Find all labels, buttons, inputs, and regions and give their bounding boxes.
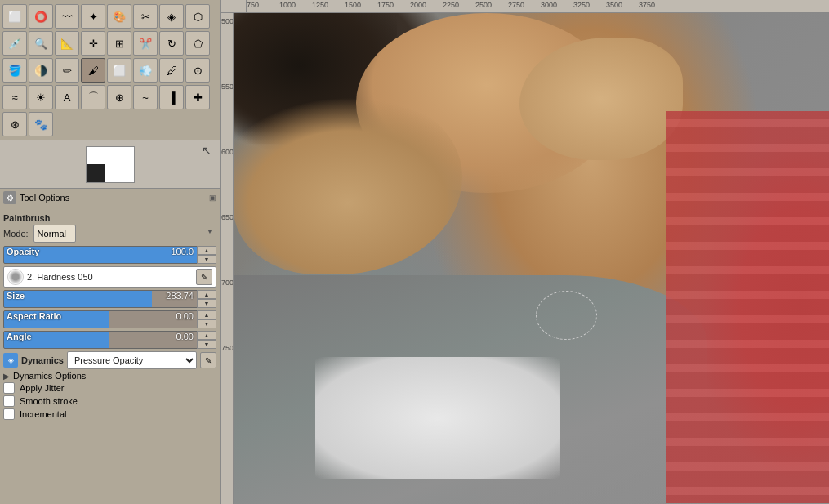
smudge-tool[interactable]: ≈ (2, 85, 27, 109)
photo-white-shirt (315, 357, 560, 479)
dynamics-options-expand-icon: ▶ (3, 372, 10, 381)
apply-jitter-checkbox[interactable] (3, 382, 15, 394)
tool-row-4: ≈ ☀ A ⌒ ⊕ ~ ▐ ✚ (2, 84, 218, 110)
brush-thumbnail (7, 269, 24, 285)
apply-jitter-row: Apply Jitter (3, 382, 216, 394)
fuzzy-select-tool[interactable]: ✦ (81, 4, 105, 29)
brush-preview-box (86, 146, 135, 183)
smooth-stroke-checkbox[interactable] (3, 395, 15, 407)
rect-select-tool[interactable]: ⬜ (2, 4, 27, 29)
ruler-mark-v-750: 750 (221, 344, 234, 352)
ink-tool[interactable]: 🖊 (159, 58, 184, 83)
aspect-ratio-slider-row: Aspect Ratio 0.00 ▲ ▼ (3, 310, 216, 328)
aspect-ratio-down-btn[interactable]: ▼ (197, 319, 216, 328)
curves-tool[interactable]: ~ (133, 85, 158, 109)
toolbox: ⬜ ⭕ 〰 ✦ 🎨 ✂ ◈ ⬡ 💉 🔍 📐 ✛ ⊞ ✂️ ↻ ⬠ 🪣 🌗 ✏ 🖌… (0, 0, 220, 140)
ruler-top: 750 1000 1250 1500 1750 2000 2250 2500 2… (221, 0, 829, 13)
smooth-stroke-label: Smooth stroke (20, 396, 78, 406)
opacity-value: 100.0 (171, 247, 194, 256)
rotate-tool[interactable]: ↻ (159, 31, 184, 56)
ruler-mark-3000: 3000 (541, 1, 557, 9)
eraser-tool[interactable]: ⬜ (107, 58, 131, 83)
lasso-select-tool[interactable]: 〰 (55, 4, 79, 29)
scissors-tool[interactable]: ✂ (133, 4, 158, 29)
incremental-checkbox[interactable] (3, 408, 15, 420)
mode-label: Mode: (3, 229, 29, 239)
opacity-slider-row: Opacity 100.0 ▲ ▼ (3, 246, 216, 264)
cage-tool[interactable]: ⬡ (185, 4, 210, 29)
aspect-ratio-label: Aspect Ratio (7, 311, 61, 321)
color-balance-tool[interactable]: ⊕ (107, 85, 131, 109)
ruler-mark-2250: 2250 (443, 1, 459, 9)
size-up-btn[interactable]: ▲ (197, 290, 216, 299)
brush-name-label: 2. Hardness 050 (27, 272, 193, 282)
ruler-mark-3500: 3500 (606, 1, 622, 9)
levels-tool[interactable]: ▐ (159, 85, 184, 109)
dynamics-edit-button[interactable]: ✎ (200, 352, 216, 368)
dynamics-select[interactable]: Pressure Opacity None Pressure Size (67, 351, 197, 369)
extra-tool-2[interactable]: 🐾 (29, 112, 53, 136)
crop-tool[interactable]: ✂️ (133, 31, 158, 56)
brush-row[interactable]: 2. Hardness 050 ✎ (3, 266, 216, 288)
ruler-mark-2000: 2000 (410, 1, 426, 9)
dynamics-select-wrap: Pressure Opacity None Pressure Size (67, 351, 197, 369)
tool-row-2: 💉 🔍 📐 ✛ ⊞ ✂️ ↻ ⬠ (2, 30, 218, 56)
dynamics-row: ◈ Dynamics Pressure Opacity None Pressur… (3, 351, 216, 369)
color-picker-tool[interactable]: 💉 (2, 31, 27, 56)
incremental-row: Incremental (3, 408, 216, 420)
angle-slider-track[interactable]: Angle 0.00 (3, 331, 216, 349)
angle-up-btn[interactable]: ▲ (197, 331, 216, 340)
foreground-select-tool[interactable]: ◈ (159, 4, 184, 29)
paintbucket-tool[interactable]: 🪣 (2, 58, 27, 83)
angle-value: 0.00 (176, 332, 194, 341)
ruler-mark-1500: 1500 (345, 1, 361, 9)
mode-select-wrap: Normal Dissolve Multiply Screen (33, 225, 216, 243)
zoom-tool[interactable]: 🔍 (29, 31, 53, 56)
dynamics-label: Dynamics (21, 355, 64, 365)
extra-tool-1[interactable]: ⊛ (2, 112, 27, 136)
opacity-up-btn[interactable]: ▲ (197, 246, 216, 255)
measure-tool[interactable]: 📐 (55, 31, 79, 56)
size-slider-track[interactable]: Size 283.74 (3, 290, 216, 308)
text-tool[interactable]: A (55, 85, 79, 109)
angle-slider-row: Angle 0.00 ▲ ▼ (3, 331, 216, 349)
brush-edit-button[interactable]: ✎ (196, 269, 212, 285)
opacity-slider-track[interactable]: Opacity 100.0 (3, 246, 216, 264)
ruler-mark-2750: 2750 (508, 1, 524, 9)
heal-tool[interactable]: ✚ (185, 85, 210, 109)
airbrush-tool[interactable]: 💨 (133, 58, 158, 83)
pencil-tool[interactable]: ✏ (55, 58, 79, 83)
aspect-ratio-up-btn[interactable]: ▲ (197, 310, 216, 319)
photo-shirt (666, 111, 829, 503)
align-tool[interactable]: ⊞ (107, 31, 131, 56)
tool-row-3: 🪣 🌗 ✏ 🖌 ⬜ 💨 🖊 ⊙ (2, 57, 218, 83)
aspect-ratio-value: 0.00 (176, 311, 194, 321)
angle-label: Angle (7, 332, 32, 341)
path-tool[interactable]: ⌒ (81, 85, 105, 109)
collapse-btn[interactable]: ▣ (209, 194, 216, 202)
ellipse-select-tool[interactable]: ⭕ (29, 4, 53, 29)
clone-tool[interactable]: ⊙ (185, 58, 210, 83)
paintbrush-tool[interactable]: 🖌 (81, 58, 105, 83)
blend-tool[interactable]: 🌗 (29, 58, 53, 83)
ruler-mark-3750: 3750 (639, 1, 655, 9)
ruler-mark-1000: 1000 (279, 1, 296, 9)
dynamics-options-row[interactable]: ▶ Dynamics Options (3, 371, 216, 381)
ruler-mark-v-600: 600 (221, 148, 234, 156)
dodge-tool[interactable]: ☀ (29, 85, 53, 109)
opacity-label: Opacity (7, 247, 39, 256)
select-color-tool[interactable]: 🎨 (107, 4, 131, 29)
opacity-down-btn[interactable]: ▼ (197, 255, 216, 264)
size-down-btn[interactable]: ▼ (197, 299, 216, 308)
mode-select[interactable]: Normal Dissolve Multiply Screen (33, 225, 76, 243)
perspective-tool[interactable]: ⬠ (185, 31, 210, 56)
tool-row-5: ⊛ 🐾 (2, 111, 218, 137)
tool-options-header: ⚙ Tool Options ▣ (0, 189, 220, 207)
ruler-mark-v-700: 700 (221, 279, 234, 287)
angle-down-btn[interactable]: ▼ (197, 340, 216, 349)
ruler-mark-v-550: 550 (221, 83, 234, 91)
brush-foreground-color (87, 164, 105, 182)
move-tool[interactable]: ✛ (81, 31, 105, 56)
canvas-image[interactable] (234, 13, 829, 504)
aspect-ratio-slider-track[interactable]: Aspect Ratio 0.00 (3, 310, 216, 328)
